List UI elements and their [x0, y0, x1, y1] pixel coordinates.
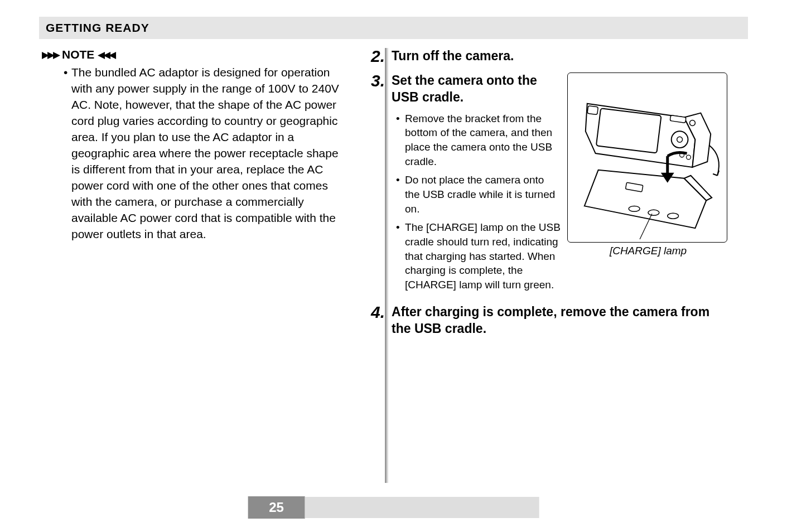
step-2: 2. Turn off the camera.: [371, 48, 714, 65]
bullet-icon: •: [64, 65, 71, 243]
bullet-icon: •: [396, 112, 405, 169]
note-tri-right-icon: ◀◀◀: [98, 49, 114, 61]
section-header: GETTING READY: [39, 17, 748, 39]
bullet-icon: •: [396, 220, 405, 292]
bullet-icon: •: [396, 173, 405, 216]
illustration-caption: [CHARGE] lamp: [567, 245, 729, 257]
svg-rect-5: [596, 108, 662, 153]
step-3: 3. Set the camera onto the USB cradle. •…: [371, 72, 714, 296]
svg-point-9: [689, 120, 695, 125]
sub-text: The [CHARGE] lamp on the USB cradle shou…: [405, 220, 561, 292]
left-column: ▶▶▶ NOTE ◀◀◀ • The bundled AC adaptor is…: [39, 48, 357, 343]
note-header: ▶▶▶ NOTE ◀◀◀: [42, 48, 347, 61]
svg-point-7: [677, 137, 683, 142]
svg-point-2: [668, 213, 679, 219]
right-column: 2. Turn off the camera. 3. Set the camer…: [357, 48, 714, 343]
column-divider: [385, 48, 388, 483]
step-title: Set the camera onto the USB cradle.: [392, 72, 561, 106]
sub-bullet: • Do not place the camera onto the USB c…: [392, 173, 561, 216]
sub-bullet: • Remove the bracket from the bottom of …: [392, 112, 561, 169]
page-number: 25: [248, 496, 305, 519]
note-tri-left-icon: ▶▶▶: [42, 49, 59, 61]
camera-cradle-illustration: [567, 72, 727, 243]
step-title: After charging is complete, remove the c…: [392, 304, 714, 337]
note-label: NOTE: [62, 48, 94, 61]
sub-bullet: • The [CHARGE] lamp on the USB cradle sh…: [392, 220, 561, 292]
note-text: The bundled AC adaptor is designed for o…: [71, 65, 347, 243]
page-number-bar: 25: [248, 496, 539, 519]
step-number: 2.: [371, 48, 385, 65]
svg-point-11: [687, 155, 691, 159]
svg-point-1: [648, 210, 659, 215]
svg-rect-12: [587, 106, 598, 115]
sub-text: Remove the bracket from the bottom of th…: [405, 112, 561, 169]
step-4: 4. After charging is complete, remove th…: [371, 304, 714, 337]
note-bullet: • The bundled AC adaptor is designed for…: [64, 65, 347, 243]
page-number-decoration: [305, 497, 539, 518]
step-title: Turn off the camera.: [392, 48, 714, 65]
step-number: 4.: [371, 304, 385, 321]
svg-point-0: [629, 206, 640, 211]
sub-text: Do not place the camera onto the USB cra…: [405, 173, 561, 216]
step-number: 3.: [371, 72, 385, 89]
